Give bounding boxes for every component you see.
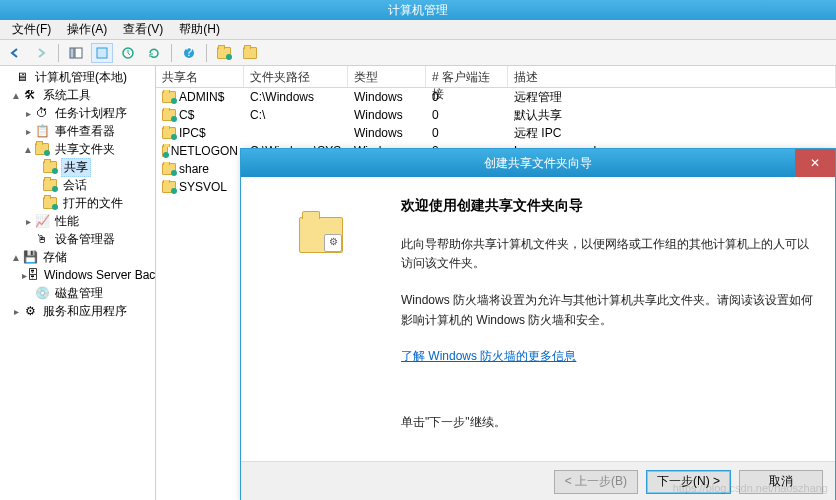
close-icon: ✕: [810, 156, 820, 170]
share-type: Windows: [348, 108, 426, 122]
share-desc: 远程管理: [508, 89, 836, 106]
wizard-heading: 欢迎使用创建共享文件夹向导: [401, 197, 815, 215]
svg-rect-0: [70, 48, 74, 58]
tree-root[interactable]: 🖥计算机管理(本地): [2, 68, 153, 86]
shared-folder-icon: [217, 47, 231, 59]
shared-folder-icon: [162, 91, 176, 103]
event-icon: 📋: [34, 123, 50, 139]
back-button: < 上一步(B): [554, 470, 638, 494]
tree-services[interactable]: ▸⚙服务和应用程序: [2, 302, 153, 320]
col-conn[interactable]: # 客户端连接: [426, 66, 508, 87]
list-header: 共享名 文件夹路径 类型 # 客户端连接 描述: [156, 66, 836, 88]
folder-icon: [243, 47, 257, 59]
tree-storage[interactable]: ▲💾存储: [2, 248, 153, 266]
toolbar-separator: [58, 44, 59, 62]
share-conn: 0: [426, 126, 508, 140]
performance-icon: 📈: [34, 213, 50, 229]
device-icon: 🖱: [34, 231, 50, 247]
tree-wsb[interactable]: ▸🗄Windows Server Back: [2, 266, 153, 284]
properties-button[interactable]: [91, 43, 113, 63]
wizard-title-text: 创建共享文件夹向导: [484, 155, 592, 172]
share-name: share: [179, 162, 209, 176]
menu-file[interactable]: 文件(F): [4, 19, 59, 40]
col-desc[interactable]: 描述: [508, 66, 836, 87]
nav-tree: 🖥计算机管理(本地) ▲🛠系统工具 ▸⏱任务计划程序 ▸📋事件查看器 ▲共享文件…: [0, 66, 156, 500]
help-button[interactable]: ?: [178, 43, 200, 63]
shared-folder-icon: [162, 145, 168, 157]
share-type: Windows: [348, 126, 426, 140]
svg-text:?: ?: [186, 46, 193, 59]
tree-sessions[interactable]: 会话: [2, 176, 153, 194]
wizard-titlebar[interactable]: 创建共享文件夹向导 ✕: [241, 149, 835, 177]
shared-folder-icon: [162, 127, 176, 139]
menu-action[interactable]: 操作(A): [59, 19, 115, 40]
tree-event-viewer[interactable]: ▸📋事件查看器: [2, 122, 153, 140]
share-desc: 远程 IPC: [508, 125, 836, 142]
close-button[interactable]: ✕: [795, 149, 835, 177]
storage-icon: 💾: [22, 249, 38, 265]
next-button[interactable]: 下一步(N) >: [646, 470, 731, 494]
tree-system-tools[interactable]: ▲🛠系统工具: [2, 86, 153, 104]
create-share-wizard: 创建共享文件夹向导 ✕ 欢迎使用创建共享文件夹向导 此向导帮助你共享计算机文件夹…: [240, 148, 836, 500]
col-path[interactable]: 文件夹路径: [244, 66, 348, 87]
window-titlebar: 计算机管理: [0, 0, 836, 20]
svg-rect-1: [75, 48, 82, 58]
share-name: ADMIN$: [179, 90, 224, 104]
share-name: IPC$: [179, 126, 206, 140]
share-path: C:\Windows: [244, 90, 348, 104]
wizard-folder-icon: [299, 217, 343, 253]
shared-folder-icon: [42, 195, 58, 211]
menubar: 文件(F) 操作(A) 查看(V) 帮助(H): [0, 20, 836, 40]
share-path: C:\: [244, 108, 348, 122]
tools-icon: 🛠: [22, 87, 38, 103]
wizard-text: Windows 防火墙将设置为允许与其他计算机共享此文件夹。请阅读该设置如何影响…: [401, 291, 815, 329]
svg-rect-2: [97, 48, 107, 58]
share-row[interactable]: C$C:\Windows0默认共享: [156, 106, 836, 124]
disk-icon: 💿: [34, 285, 50, 301]
back-button[interactable]: [4, 43, 26, 63]
new-share-button[interactable]: [213, 43, 235, 63]
share-name: SYSVOL: [179, 180, 227, 194]
shared-folder-icon: [162, 109, 176, 121]
computer-icon: 🖥: [14, 69, 30, 85]
share-type: Windows: [348, 90, 426, 104]
firewall-info-link[interactable]: 了解 Windows 防火墙的更多信息: [401, 348, 576, 365]
wizard-sidebar: [241, 177, 401, 461]
shared-folder-icon: [162, 163, 176, 175]
share-name: C$: [179, 108, 194, 122]
wizard-text: 此向导帮助你共享计算机文件夹，以便网络或工作组的其他计算机上的人可以访问该文件夹…: [401, 235, 815, 273]
clock-icon: ⏱: [34, 105, 50, 121]
services-icon: ⚙: [22, 303, 38, 319]
tree-disk-mgmt[interactable]: 💿磁盘管理: [2, 284, 153, 302]
toolbar-separator: [206, 44, 207, 62]
shared-folder-icon: [162, 181, 176, 193]
stop-sharing-button[interactable]: [239, 43, 261, 63]
toolbar-separator: [171, 44, 172, 62]
show-hide-tree-button[interactable]: [65, 43, 87, 63]
share-name: NETLOGON: [171, 144, 238, 158]
tree-open-files[interactable]: 打开的文件: [2, 194, 153, 212]
toolbar: ?: [0, 40, 836, 66]
tree-performance[interactable]: ▸📈性能: [2, 212, 153, 230]
refresh-button[interactable]: [143, 43, 165, 63]
backup-icon: 🗄: [27, 267, 39, 283]
shared-folder-icon: [34, 141, 50, 157]
menu-help[interactable]: 帮助(H): [171, 19, 228, 40]
share-conn: 0: [426, 90, 508, 104]
tree-task-scheduler[interactable]: ▸⏱任务计划程序: [2, 104, 153, 122]
cancel-button[interactable]: 取消: [739, 470, 823, 494]
share-row[interactable]: ADMIN$C:\WindowsWindows0远程管理: [156, 88, 836, 106]
col-name[interactable]: 共享名: [156, 66, 244, 87]
share-desc: 默认共享: [508, 107, 836, 124]
share-conn: 0: [426, 108, 508, 122]
forward-button[interactable]: [30, 43, 52, 63]
tree-shared-folders[interactable]: ▲共享文件夹: [2, 140, 153, 158]
export-button[interactable]: [117, 43, 139, 63]
menu-view[interactable]: 查看(V): [115, 19, 171, 40]
shared-folder-icon: [42, 159, 58, 175]
tree-shares[interactable]: 共享: [2, 158, 153, 176]
wizard-buttons: < 上一步(B) 下一步(N) > 取消: [241, 461, 835, 500]
share-row[interactable]: IPC$Windows0远程 IPC: [156, 124, 836, 142]
col-type[interactable]: 类型: [348, 66, 426, 87]
tree-device-manager[interactable]: 🖱设备管理器: [2, 230, 153, 248]
